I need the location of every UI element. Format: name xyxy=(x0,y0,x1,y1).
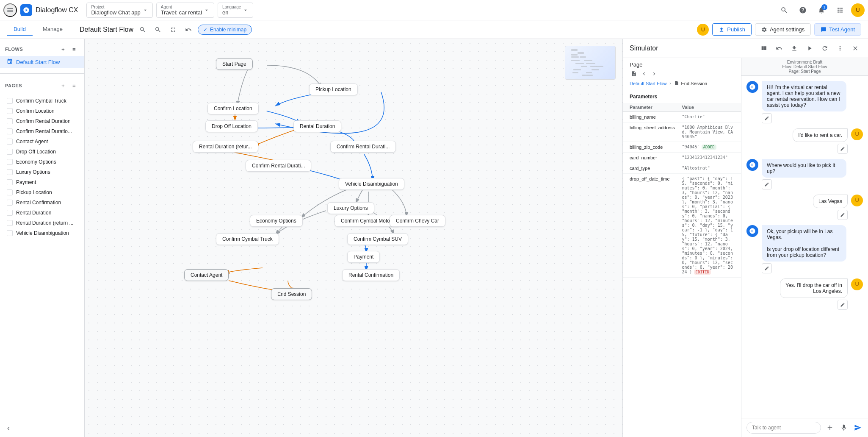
node-vehicle-disambiguation[interactable]: Vehicle Disambiguation xyxy=(339,178,404,190)
page-item-label: Luxury Options xyxy=(16,169,50,175)
edit-icon[interactable] xyxy=(762,179,772,189)
sim-columns-icon[interactable] xyxy=(758,42,770,54)
node-pickup-location[interactable]: Pickup Location xyxy=(309,84,358,95)
default-start-flow-item[interactable]: Default Start Flow xyxy=(0,56,84,68)
edit-user-icon[interactable] xyxy=(838,210,848,220)
params-row: drop_off_date_time { "past": { "day": 15… xyxy=(623,174,741,278)
page-item[interactable]: Payment xyxy=(0,177,84,187)
app-logo: Dialogflow CX xyxy=(20,4,78,16)
chat-input[interactable] xyxy=(746,422,821,434)
params-nav-doc-icon[interactable] xyxy=(630,70,638,78)
sim-export-icon[interactable] xyxy=(788,42,800,54)
flow-undo-icon[interactable] xyxy=(182,24,194,36)
sim-play-icon[interactable] xyxy=(804,42,815,54)
node-start-page[interactable]: Start Page xyxy=(216,58,253,70)
edit-icon[interactable] xyxy=(762,113,772,123)
flow-menu-button[interactable]: ≡ xyxy=(69,44,79,54)
menu-icon[interactable] xyxy=(3,3,17,17)
agent-settings-button[interactable]: Agent settings xyxy=(755,23,811,36)
edited-badge: EDITED xyxy=(694,270,711,275)
param-value: "1800 Amphibious Blvd. Mountain View, CA… xyxy=(682,125,735,139)
bot-message: Where would you like to pick it up? xyxy=(746,159,863,189)
page-item[interactable]: Contact Agent xyxy=(0,136,84,147)
flow-expand-icon[interactable] xyxy=(167,24,179,36)
notification-badge: 1 xyxy=(821,4,827,10)
project-dropdown[interactable]: Project Dialogflow Chat app xyxy=(86,3,152,18)
node-rental-confirmation[interactable]: Rental Confirmation xyxy=(342,269,400,281)
parameters-subtitle: Parameters xyxy=(623,90,741,103)
node-rental-duration-return[interactable]: Rental Duration (retur... xyxy=(193,141,258,153)
page-item[interactable]: Pickup Location xyxy=(0,187,84,198)
language-dropdown[interactable]: Language en xyxy=(218,3,254,18)
node-confirm-location[interactable]: Confirm Location xyxy=(207,103,259,114)
page-item[interactable]: Confirm Rental Duration xyxy=(0,116,84,126)
edit-user-icon[interactable] xyxy=(838,144,848,154)
sim-close-icon[interactable] xyxy=(849,42,861,54)
build-tab[interactable]: Build xyxy=(7,23,33,36)
simulator-header: Simulator xyxy=(623,39,868,58)
params-nav-forward[interactable] xyxy=(650,70,658,78)
node-rental-duration[interactable]: Rental Duration xyxy=(293,120,341,132)
flow-search-icon[interactable] xyxy=(137,24,149,36)
page-item[interactable]: Confirm Cymbal Truck xyxy=(0,96,84,106)
node-drop-off-location[interactable]: Drop Off Location xyxy=(205,120,258,132)
page-item-label: Confirm Cymbal Truck xyxy=(16,98,66,104)
page-item[interactable]: Rental Confirmation xyxy=(0,198,84,208)
node-confirm-rental-dur2[interactable]: Confirm Rental Durati... xyxy=(246,160,311,172)
params-nav xyxy=(630,70,734,78)
add-button[interactable] xyxy=(824,422,835,434)
page-menu-button[interactable]: ≡ xyxy=(69,81,79,91)
user-avatar[interactable]: U xyxy=(851,3,865,17)
page-item[interactable]: Economy Options xyxy=(0,157,84,167)
node-confirm-rental-dur1[interactable]: Confirm Rental Durati... xyxy=(330,141,396,153)
svg-rect-19 xyxy=(572,72,578,73)
node-contact-agent[interactable]: Contact Agent xyxy=(184,269,229,281)
page-item[interactable]: Drop Off Location xyxy=(0,147,84,157)
params-nav-back[interactable] xyxy=(640,70,648,78)
mic-button[interactable] xyxy=(838,422,849,434)
toolbar-user-avatar[interactable]: U xyxy=(697,24,709,36)
apps-button[interactable] xyxy=(832,3,848,18)
param-name: card_number xyxy=(630,155,682,160)
agent-dropdown[interactable]: Agent Travel: car rental xyxy=(156,3,214,18)
node-confirm-chevy-car[interactable]: Confirm Chevy Car xyxy=(390,215,445,227)
manage-tab[interactable]: Manage xyxy=(36,23,69,36)
sidebar-collapse-button[interactable] xyxy=(3,423,14,434)
test-agent-button[interactable]: Test Agent xyxy=(814,23,861,36)
help-button[interactable] xyxy=(795,3,810,18)
page-item[interactable]: Vehicle Disambiguation xyxy=(0,228,84,238)
page-item[interactable]: Confirm Location xyxy=(0,106,84,116)
notifications-button[interactable]: 1 xyxy=(814,3,829,18)
page-item[interactable]: Luxury Options xyxy=(0,167,84,177)
add-flow-button[interactable]: + xyxy=(58,44,68,54)
node-luxury-options[interactable]: Luxury Options xyxy=(327,202,374,214)
sim-undo-icon[interactable] xyxy=(773,42,785,54)
sim-more-icon[interactable] xyxy=(834,42,846,54)
pages-title: PAGES xyxy=(5,83,22,88)
param-name: billing_name xyxy=(630,114,682,120)
edit-icon[interactable] xyxy=(762,263,772,273)
node-economy-options[interactable]: Economy Options xyxy=(250,215,303,227)
pages-header[interactable]: PAGES + ≡ xyxy=(0,79,84,92)
search-button[interactable] xyxy=(777,3,792,18)
params-row: billing_name "Charlie" xyxy=(623,112,741,122)
minimap-toggle[interactable]: ✓ Enable minimap xyxy=(198,25,252,35)
flow-canvas-area[interactable]: Start Page Pickup Location Confirm Locat… xyxy=(85,39,622,437)
node-confirm-cymbal-truck[interactable]: Confirm Cymbal Truck xyxy=(216,233,279,245)
page-item[interactable]: Confirm Rental Duratio... xyxy=(0,126,84,136)
node-payment[interactable]: Payment xyxy=(347,251,380,263)
page-item[interactable]: Rental Duration (return ... xyxy=(0,218,84,228)
publish-button[interactable]: Publish xyxy=(712,23,752,36)
send-button[interactable] xyxy=(852,422,863,434)
svg-rect-4 xyxy=(578,52,584,54)
svg-rect-18 xyxy=(586,75,593,76)
svg-rect-9 xyxy=(584,60,592,61)
page-item[interactable]: Rental Duration xyxy=(0,208,84,218)
flows-header[interactable]: FLOWS + ≡ xyxy=(0,42,84,56)
flow-zoom-fit-icon[interactable] xyxy=(152,24,164,36)
sim-refresh-icon[interactable] xyxy=(819,42,831,54)
node-end-session[interactable]: End Session xyxy=(271,288,312,300)
node-confirm-cymbal-suv[interactable]: Confirm Cymbal SUV xyxy=(347,233,408,245)
add-page-button[interactable]: + xyxy=(58,81,68,91)
edit-user-icon[interactable] xyxy=(838,300,848,310)
